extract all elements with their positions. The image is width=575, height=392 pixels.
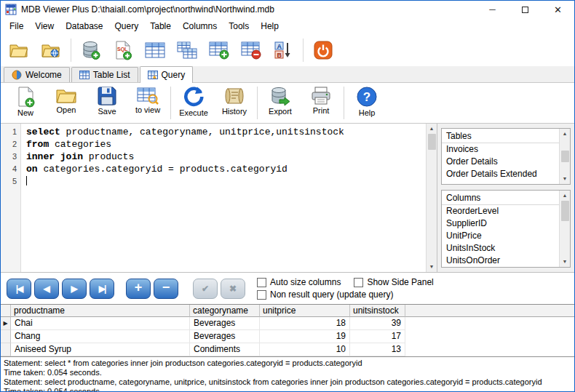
column-header-unitprice[interactable]: unitprice bbox=[260, 305, 350, 317]
nav-cancel-button[interactable]: ✖ bbox=[221, 279, 245, 299]
menu-file[interactable]: File bbox=[4, 20, 29, 33]
database-add-icon bbox=[82, 40, 100, 60]
cell[interactable]: Chang bbox=[11, 330, 190, 343]
close-button[interactable]: ✕ bbox=[542, 1, 574, 18]
scroll-thumb[interactable] bbox=[561, 151, 569, 162]
open-web-folder-button[interactable] bbox=[39, 37, 63, 63]
menu-table[interactable]: Table bbox=[144, 20, 177, 33]
nav-prior-button[interactable]: ◀ bbox=[34, 279, 59, 299]
view-columns-button[interactable] bbox=[175, 37, 199, 63]
cell[interactable]: Aniseed Syrup bbox=[11, 343, 190, 356]
sort-button[interactable]: AB bbox=[271, 37, 296, 63]
table-item-order-details[interactable]: Order Details bbox=[442, 156, 559, 168]
menu-help[interactable]: Help bbox=[255, 20, 285, 33]
sql-text-area[interactable]: select productname, categoryname, unitpr… bbox=[21, 124, 437, 272]
svg-text:B: B bbox=[277, 52, 282, 59]
menu-tools[interactable]: Tools bbox=[223, 20, 255, 33]
nav-insert-button[interactable]: + bbox=[126, 279, 151, 299]
cell[interactable]: 13 bbox=[350, 343, 405, 356]
query-execute-button[interactable]: Execute bbox=[173, 83, 214, 123]
tab-query[interactable]: Query bbox=[140, 66, 194, 83]
cell[interactable]: 19 bbox=[260, 330, 350, 343]
sql-page-icon: SQL bbox=[114, 40, 132, 60]
query-open-button[interactable]: Open bbox=[46, 83, 87, 123]
cell[interactable]: Chai bbox=[11, 317, 190, 330]
scroll-up-icon[interactable]: ▲ bbox=[427, 124, 437, 134]
tab-table-list[interactable]: Table List bbox=[71, 67, 138, 82]
new-sql-button[interactable]: SQL bbox=[111, 37, 135, 63]
query-export-button[interactable]: Export bbox=[260, 83, 301, 123]
tables-scrollbar[interactable]: ▲ ▼ bbox=[559, 129, 570, 184]
column-header-categoryname[interactable]: categoryname bbox=[190, 305, 260, 317]
column-item-unitprice[interactable]: UnitPrice bbox=[442, 230, 559, 242]
window-title: MDB Viewer Plus D:\thaiall.com\project\n… bbox=[21, 4, 476, 15]
cell[interactable]: 17 bbox=[350, 330, 405, 343]
minimize-button[interactable]: ─ bbox=[476, 1, 509, 18]
editor-scrollbar[interactable]: ▲ ▼ bbox=[426, 124, 437, 272]
cell[interactable]: 39 bbox=[350, 317, 405, 330]
nav-post-button[interactable]: ✔ bbox=[193, 279, 218, 299]
row-selector[interactable] bbox=[1, 343, 11, 356]
query-history-button[interactable]: History bbox=[214, 83, 255, 123]
side-panel: Tables Invoices Order Details Order Deta… bbox=[437, 124, 574, 272]
non-result-query-checkbox[interactable] bbox=[257, 290, 266, 300]
open-database-button[interactable] bbox=[7, 37, 31, 63]
scroll-up-icon[interactable]: ▲ bbox=[560, 191, 570, 201]
query-save-to-view-button[interactable]: to view bbox=[127, 83, 168, 123]
tab-welcome[interactable]: Welcome bbox=[4, 67, 70, 82]
scroll-down-icon[interactable]: ▼ bbox=[427, 262, 437, 272]
nav-delete-button[interactable]: − bbox=[154, 279, 178, 299]
scroll-up-icon[interactable]: ▲ bbox=[560, 129, 570, 139]
exit-button[interactable] bbox=[311, 37, 336, 63]
non-result-query-option[interactable]: Non result query (update query) bbox=[257, 289, 393, 300]
new-database-button[interactable] bbox=[79, 37, 103, 63]
scroll-thumb[interactable] bbox=[428, 134, 436, 150]
cell[interactable]: Beverages bbox=[190, 330, 260, 343]
cell[interactable]: 18 bbox=[260, 317, 350, 330]
query-help-button[interactable]: ? Help bbox=[346, 83, 387, 123]
cell[interactable]: 10 bbox=[260, 343, 350, 356]
svg-text:A: A bbox=[277, 43, 282, 50]
scroll-down-icon[interactable]: ▼ bbox=[560, 257, 570, 267]
nav-next-button[interactable]: ▶ bbox=[62, 279, 87, 299]
row-selector[interactable] bbox=[1, 330, 11, 343]
auto-size-columns-option[interactable]: Auto size columns bbox=[257, 277, 341, 287]
columns-scrollbar[interactable]: ▲ ▼ bbox=[559, 191, 570, 267]
maximize-button[interactable] bbox=[509, 1, 542, 18]
table-item-invoices[interactable]: Invoices bbox=[442, 143, 559, 156]
remove-table-button[interactable] bbox=[239, 37, 263, 63]
show-side-panel-checkbox[interactable] bbox=[354, 278, 363, 287]
add-table-button[interactable] bbox=[207, 37, 231, 63]
cell[interactable]: Condiments bbox=[190, 343, 260, 356]
scroll-down-icon[interactable]: ▼ bbox=[560, 174, 570, 184]
query-new-button[interactable]: New bbox=[5, 83, 46, 123]
toolbar-separator bbox=[303, 39, 304, 62]
show-side-panel-option[interactable]: Show Side Panel bbox=[354, 277, 433, 287]
table-item-order-details-extended[interactable]: Order Details Extended bbox=[442, 168, 559, 180]
cell[interactable]: Beverages bbox=[190, 317, 260, 330]
row-selector-current[interactable]: ▶ bbox=[1, 317, 11, 330]
query-save-label: Save bbox=[98, 107, 116, 116]
query-print-button[interactable]: Print bbox=[301, 83, 341, 123]
auto-size-columns-checkbox[interactable] bbox=[257, 278, 266, 287]
column-item-unitsonorder[interactable]: UnitsOnOrder bbox=[442, 255, 559, 267]
row-filler bbox=[405, 330, 574, 343]
nav-first-button[interactable]: |◀ bbox=[7, 279, 31, 299]
menu-database[interactable]: Database bbox=[60, 20, 108, 33]
column-item-unitsinstock[interactable]: UnitsInStock bbox=[442, 242, 559, 255]
menu-columns[interactable]: Columns bbox=[177, 20, 223, 33]
maximize-icon bbox=[522, 7, 528, 13]
welcome-icon bbox=[12, 70, 22, 80]
query-save-button[interactable]: Save bbox=[87, 83, 127, 123]
view-table-button[interactable] bbox=[143, 37, 167, 63]
menu-query[interactable]: Query bbox=[109, 20, 145, 33]
column-item-reorderlevel[interactable]: ReorderLevel bbox=[442, 205, 559, 217]
scroll-thumb[interactable] bbox=[561, 201, 569, 221]
column-item-supplierid[interactable]: SupplierID bbox=[442, 217, 559, 230]
column-header-unitsinstock[interactable]: unitsinstock bbox=[350, 305, 405, 317]
main-area: 1 2 3 4 5 select productname, categoryna… bbox=[1, 124, 574, 272]
column-header-productname[interactable]: productname bbox=[11, 305, 190, 317]
query-icon bbox=[148, 71, 158, 79]
menu-view[interactable]: View bbox=[29, 20, 60, 33]
nav-last-button[interactable]: ▶| bbox=[90, 279, 114, 299]
